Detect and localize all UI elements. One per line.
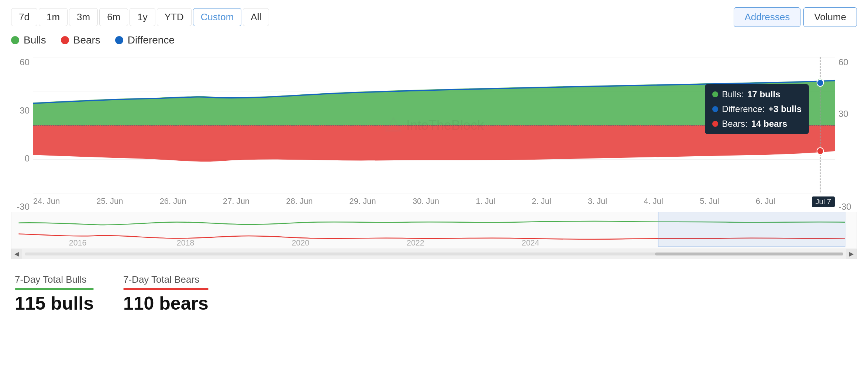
x-label-1: 25. Jun	[96, 196, 123, 206]
btn-volume[interactable]: Volume	[803, 7, 857, 27]
x-label-6: 30. Jun	[413, 196, 439, 206]
tooltip-diff-value: +3 bulls	[768, 104, 802, 114]
svg-text:2016: 2016	[69, 238, 87, 247]
y-label-30-left: 30	[11, 105, 33, 116]
legend-difference[interactable]: Difference	[115, 34, 175, 46]
time-buttons: 7d 1m 3m 6m 1y YTD Custom All	[11, 8, 269, 26]
y-label-30-right: 30	[835, 109, 857, 119]
tooltip-diff-dot	[712, 106, 718, 112]
x-label-2: 26. Jun	[160, 196, 186, 206]
tooltip-bears-dot	[712, 121, 718, 127]
x-label-5: 29. Jun	[349, 196, 376, 206]
btn-7d[interactable]: 7d	[11, 8, 37, 26]
y-axis-right: 60 30 -30	[835, 57, 857, 212]
y-label-60-left: 60	[11, 57, 33, 67]
difference-dot	[115, 36, 123, 44]
stat-bulls-underline	[15, 288, 94, 290]
stat-bulls-label: 7-Day Total Bulls	[15, 274, 94, 285]
x-label-9: 3. Jul	[588, 196, 607, 206]
bulls-label: Bulls	[24, 34, 46, 46]
bulls-dot	[11, 36, 19, 44]
scrollbar-track[interactable]	[25, 253, 843, 255]
x-label-10: 4. Jul	[644, 196, 663, 206]
stats-row: 7-Day Total Bulls 115 bulls 7-Day Total …	[11, 274, 857, 314]
btn-6m[interactable]: 6m	[99, 8, 128, 26]
svg-text:2018: 2018	[177, 238, 194, 247]
btn-3m[interactable]: 3m	[69, 8, 98, 26]
tooltip-bulls-dot	[712, 91, 718, 97]
svg-text:2022: 2022	[407, 238, 424, 247]
tooltip-bulls-value: 17 bulls	[747, 89, 780, 100]
svg-point-11	[817, 148, 824, 155]
stat-bears-label: 7-Day Total Bears	[123, 274, 209, 285]
scroll-right-button[interactable]: ▶	[846, 249, 857, 259]
x-label-4: 28. Jun	[286, 196, 313, 206]
right-buttons: Addresses Volume	[734, 7, 857, 27]
y-label-n30-right: -30	[835, 202, 857, 212]
tooltip-bears-label: Bears:	[722, 119, 747, 129]
x-label-11: 5. Jul	[700, 196, 719, 206]
difference-label: Difference	[128, 34, 175, 46]
minimap[interactable]: 2016 2018 2020 2022 2024	[11, 212, 857, 249]
x-label-3: 27. Jun	[223, 196, 249, 206]
stat-bears-underline	[123, 288, 209, 290]
tooltip-bears: Bears: 14 bears	[712, 119, 802, 129]
main-chart-wrapper: 60 30 0 -30 60 30 -30 IntoTheBlock	[11, 57, 857, 212]
svg-text:2024: 2024	[522, 238, 540, 247]
stat-bulls: 7-Day Total Bulls 115 bulls	[15, 274, 94, 314]
y-label-60-right: 60	[835, 57, 857, 67]
x-label-8: 2. Jul	[532, 196, 551, 206]
svg-text:2020: 2020	[292, 238, 309, 247]
btn-custom[interactable]: Custom	[193, 8, 242, 26]
svg-point-10	[817, 80, 824, 87]
stat-bears-value: 110 bears	[123, 293, 209, 314]
chart-tooltip: Bulls: 17 bulls Difference: +3 bulls Bea…	[705, 84, 809, 134]
btn-1y[interactable]: 1y	[130, 8, 155, 26]
tooltip-bears-value: 14 bears	[751, 119, 787, 129]
y-axis-left: 60 30 0 -30	[11, 57, 33, 212]
y-label-n30-left: -30	[11, 202, 33, 212]
btn-1m[interactable]: 1m	[39, 8, 68, 26]
btn-ytd[interactable]: YTD	[157, 8, 192, 26]
stat-bears: 7-Day Total Bears 110 bears	[123, 274, 209, 314]
tooltip-bulls-label: Bulls:	[722, 89, 744, 100]
x-label-7: 1. Jul	[476, 196, 495, 206]
tooltip-difference: Difference: +3 bulls	[712, 104, 802, 114]
x-label-0: 24. Jun	[33, 196, 60, 206]
bears-label: Bears	[73, 34, 100, 46]
x-label-13: Jul 7	[812, 196, 835, 207]
chart-svg-area: IntoTheBlock	[33, 57, 835, 194]
svg-rect-17	[658, 212, 845, 247]
legend-bulls[interactable]: Bulls	[11, 34, 46, 46]
stat-bulls-value: 115 bulls	[15, 293, 94, 314]
btn-addresses[interactable]: Addresses	[734, 7, 800, 27]
x-axis: 24. Jun 25. Jun 26. Jun 27. Jun 28. Jun …	[33, 194, 835, 212]
tooltip-diff-label: Difference:	[722, 104, 765, 114]
scrollbar[interactable]: ◀ ▶	[11, 249, 857, 259]
minimap-svg: 2016 2018 2020 2022 2024	[11, 212, 857, 248]
scroll-left-button[interactable]: ◀	[11, 249, 22, 259]
x-label-12: 6. Jul	[756, 196, 775, 206]
y-label-0-left: 0	[11, 153, 33, 164]
btn-all[interactable]: All	[243, 8, 269, 26]
tooltip-bulls: Bulls: 17 bulls	[712, 89, 802, 100]
toolbar: 7d 1m 3m 6m 1y YTD Custom All Addresses …	[11, 7, 857, 27]
legend: Bulls Bears Difference	[11, 34, 857, 46]
bears-dot	[61, 36, 69, 44]
legend-bears[interactable]: Bears	[61, 34, 100, 46]
